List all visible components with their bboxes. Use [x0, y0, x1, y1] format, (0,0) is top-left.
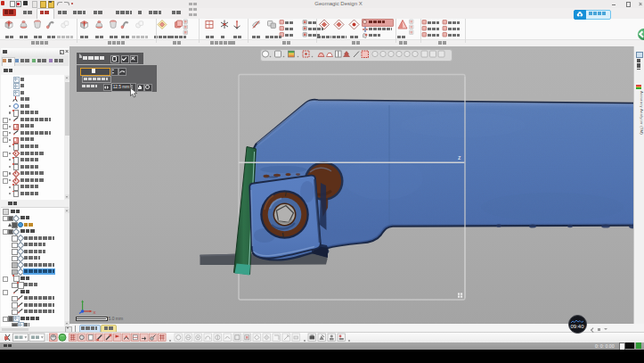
svg-text:z: z	[458, 154, 461, 161]
svg-text:x: x	[94, 309, 96, 315]
